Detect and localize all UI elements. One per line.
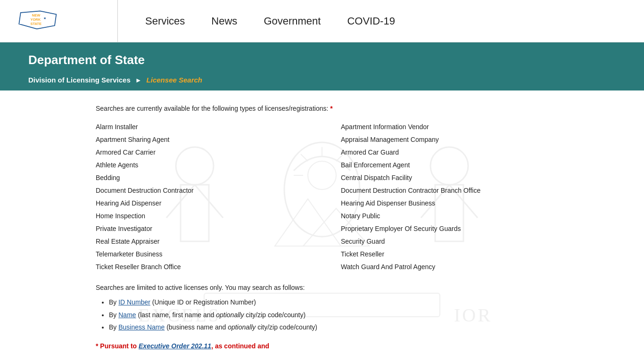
breadcrumb-current: Licensee Search xyxy=(147,76,202,84)
list-item: Bail Enforcement Agent xyxy=(341,159,548,172)
header: NEW YORK STATE ★ Services News Governmen… xyxy=(0,0,644,42)
licenses-right-column: Apartment Information Vendor Appraisal M… xyxy=(341,121,548,273)
list-item: Armored Car Carrier xyxy=(96,146,303,159)
list-item: Notary Public xyxy=(341,210,548,222)
search-limit-text: Searches are limited to active licenses … xyxy=(96,284,548,291)
license-grid: Alarm Installer Apartment Sharing Agent … xyxy=(96,121,548,273)
licenses-left-column: Alarm Installer Apartment Sharing Agent … xyxy=(96,121,303,273)
footnote-text: * Pursuant to Executive Order 202.11, as… xyxy=(96,342,548,350)
nav-covid[interactable]: COVID-19 xyxy=(334,0,408,42)
breadcrumb: Division of Licensing Services ► License… xyxy=(28,76,616,90)
list-item: Proprietary Employer Of Security Guards xyxy=(341,222,548,235)
list-item: By Business Name (business name and opti… xyxy=(109,321,548,334)
list-item: Apartment Sharing Agent xyxy=(96,133,303,146)
svg-text:★: ★ xyxy=(43,16,46,20)
list-item: Hearing Aid Dispenser xyxy=(96,197,303,210)
list-item: Alarm Installer xyxy=(96,121,303,133)
ny-state-logo[interactable]: NEW YORK STATE ★ xyxy=(14,9,66,32)
breadcrumb-parent[interactable]: Division of Licensing Services xyxy=(28,76,131,84)
list-item: Document Destruction Contractor Branch O… xyxy=(341,184,548,197)
content-area: Searches are currently available for the… xyxy=(96,105,548,350)
breadcrumb-arrow: ► xyxy=(135,76,142,84)
optionally-italic-2: optionally xyxy=(228,323,256,331)
list-item: Appraisal Management Company xyxy=(341,133,548,146)
list-item: By Name (last name, first name and optio… xyxy=(109,309,548,321)
list-item: Security Guard xyxy=(341,235,548,248)
list-item: By ID Number (Unique ID or Registration … xyxy=(109,296,548,309)
optionally-italic: optionally xyxy=(216,311,244,319)
list-item: Central Dispatch Facility xyxy=(341,172,548,184)
list-item: Document Destruction Contractor xyxy=(96,184,303,197)
list-item: Real Estate Appraiser xyxy=(96,235,303,248)
svg-text:STATE: STATE xyxy=(30,22,41,26)
list-item: Home Inspection xyxy=(96,210,303,222)
search-option-business-text: (business name and optionally city/zip c… xyxy=(166,323,317,331)
list-item: Watch Guard And Patrol Agency xyxy=(341,261,548,273)
svg-text:YORK: YORK xyxy=(30,18,41,22)
list-item: Athlete Agents xyxy=(96,159,303,172)
id-number-link[interactable]: ID Number xyxy=(118,298,150,306)
intro-text: Searches are currently available for the… xyxy=(96,105,548,112)
logo-area: NEW YORK STATE ★ xyxy=(14,0,118,42)
list-item: Armored Car Guard xyxy=(341,146,548,159)
business-name-link[interactable]: Business Name xyxy=(118,323,165,331)
main-content: EXCELS IOR Searches are currently availa… xyxy=(0,90,644,362)
department-title: Department of State xyxy=(28,53,616,76)
list-item: Ticket Reseller xyxy=(341,248,548,261)
nav-news[interactable]: News xyxy=(198,0,250,42)
required-indicator: * xyxy=(330,105,332,112)
name-link[interactable]: Name xyxy=(118,311,136,319)
list-item: Ticket Reseller Branch Office xyxy=(96,261,303,273)
list-item: Private Investigator xyxy=(96,222,303,235)
search-option-name-text: (last name, first name and optionally ci… xyxy=(138,311,305,319)
search-options-list: By ID Number (Unique ID or Registration … xyxy=(109,296,548,334)
list-item: Telemarketer Business xyxy=(96,248,303,261)
main-nav: Services News Government COVID-19 xyxy=(118,0,408,42)
nav-services[interactable]: Services xyxy=(132,0,198,42)
executive-order-link[interactable]: Executive Order 202.11 xyxy=(139,342,211,350)
list-item: Apartment Information Vendor xyxy=(341,121,548,133)
list-item: Hearing Aid Dispenser Business xyxy=(341,197,548,210)
svg-text:NEW: NEW xyxy=(32,14,41,18)
list-item: Bedding xyxy=(96,172,303,184)
banner: Department of State Division of Licensin… xyxy=(0,42,644,90)
nav-government[interactable]: Government xyxy=(250,0,334,42)
